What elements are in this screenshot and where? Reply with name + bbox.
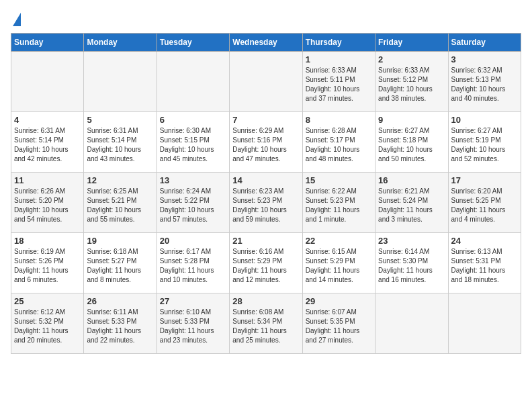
weekday-header-friday: Friday bbox=[375, 34, 448, 52]
day-info: Sunrise: 6:11 AM Sunset: 5:33 PM Dayligh… bbox=[87, 308, 153, 345]
day-number: 24 bbox=[451, 236, 518, 246]
day-number: 23 bbox=[378, 236, 445, 246]
calendar-cell: 8Sunrise: 6:28 AM Sunset: 5:17 PM Daylig… bbox=[302, 112, 375, 173]
day-number: 17 bbox=[451, 175, 518, 185]
weekday-header-sunday: Sunday bbox=[11, 34, 84, 52]
day-number: 15 bbox=[306, 175, 372, 185]
calendar-cell: 14Sunrise: 6:23 AM Sunset: 5:23 PM Dayli… bbox=[230, 173, 302, 233]
day-info: Sunrise: 6:31 AM Sunset: 5:14 PM Dayligh… bbox=[87, 126, 153, 164]
day-number: 20 bbox=[160, 236, 226, 246]
calendar-cell: 22Sunrise: 6:15 AM Sunset: 5:29 PM Dayli… bbox=[302, 233, 375, 293]
calendar-cell: 9Sunrise: 6:27 AM Sunset: 5:18 PM Daylig… bbox=[375, 112, 448, 173]
calendar-cell: 16Sunrise: 6:21 AM Sunset: 5:24 PM Dayli… bbox=[375, 173, 448, 233]
week-row-4: 18Sunrise: 6:19 AM Sunset: 5:26 PM Dayli… bbox=[11, 233, 521, 293]
calendar-cell: 10Sunrise: 6:27 AM Sunset: 5:19 PM Dayli… bbox=[448, 112, 521, 173]
day-number: 28 bbox=[232, 296, 299, 306]
day-info: Sunrise: 6:28 AM Sunset: 5:17 PM Dayligh… bbox=[306, 126, 372, 164]
calendar-cell: 7Sunrise: 6:29 AM Sunset: 5:16 PM Daylig… bbox=[230, 112, 302, 173]
week-row-2: 4Sunrise: 6:31 AM Sunset: 5:14 PM Daylig… bbox=[11, 112, 521, 173]
day-number: 27 bbox=[160, 296, 226, 306]
weekday-header-thursday: Thursday bbox=[302, 34, 375, 52]
day-info: Sunrise: 6:07 AM Sunset: 5:35 PM Dayligh… bbox=[306, 308, 372, 345]
day-number: 19 bbox=[87, 236, 153, 246]
calendar-cell: 25Sunrise: 6:12 AM Sunset: 5:32 PM Dayli… bbox=[11, 293, 84, 354]
day-info: Sunrise: 6:33 AM Sunset: 5:12 PM Dayligh… bbox=[378, 66, 445, 103]
weekday-header-tuesday: Tuesday bbox=[157, 34, 229, 52]
calendar-cell: 19Sunrise: 6:18 AM Sunset: 5:27 PM Dayli… bbox=[84, 233, 157, 293]
calendar-cell bbox=[84, 52, 157, 112]
logo bbox=[11, 11, 21, 28]
day-number: 10 bbox=[451, 115, 518, 125]
day-number: 5 bbox=[87, 115, 153, 125]
day-info: Sunrise: 6:24 AM Sunset: 5:22 PM Dayligh… bbox=[160, 187, 226, 224]
day-info: Sunrise: 6:30 AM Sunset: 5:15 PM Dayligh… bbox=[160, 126, 226, 164]
calendar-cell: 5Sunrise: 6:31 AM Sunset: 5:14 PM Daylig… bbox=[84, 112, 157, 173]
day-number: 7 bbox=[232, 115, 299, 125]
weekday-header-monday: Monday bbox=[84, 34, 157, 52]
day-number: 2 bbox=[378, 54, 445, 64]
calendar-cell: 23Sunrise: 6:14 AM Sunset: 5:30 PM Dayli… bbox=[375, 233, 448, 293]
day-info: Sunrise: 6:26 AM Sunset: 5:20 PM Dayligh… bbox=[14, 187, 81, 224]
day-info: Sunrise: 6:32 AM Sunset: 5:13 PM Dayligh… bbox=[451, 66, 518, 103]
week-row-3: 11Sunrise: 6:26 AM Sunset: 5:20 PM Dayli… bbox=[11, 173, 521, 233]
weekday-header-wednesday: Wednesday bbox=[230, 34, 302, 52]
day-info: Sunrise: 6:18 AM Sunset: 5:27 PM Dayligh… bbox=[87, 247, 153, 285]
day-number: 14 bbox=[232, 175, 299, 185]
calendar-cell bbox=[11, 52, 84, 112]
day-number: 3 bbox=[451, 54, 518, 64]
day-number: 25 bbox=[14, 296, 81, 306]
calendar-cell: 21Sunrise: 6:16 AM Sunset: 5:29 PM Dayli… bbox=[230, 233, 302, 293]
day-info: Sunrise: 6:22 AM Sunset: 5:23 PM Dayligh… bbox=[306, 187, 372, 224]
day-info: Sunrise: 6:20 AM Sunset: 5:25 PM Dayligh… bbox=[451, 187, 518, 224]
calendar-cell: 17Sunrise: 6:20 AM Sunset: 5:25 PM Dayli… bbox=[448, 173, 521, 233]
day-number: 11 bbox=[14, 175, 81, 185]
calendar-cell bbox=[448, 293, 521, 354]
day-info: Sunrise: 6:23 AM Sunset: 5:23 PM Dayligh… bbox=[232, 187, 299, 224]
calendar-cell: 24Sunrise: 6:13 AM Sunset: 5:31 PM Dayli… bbox=[448, 233, 521, 293]
day-number: 6 bbox=[160, 115, 226, 125]
day-info: Sunrise: 6:27 AM Sunset: 5:19 PM Dayligh… bbox=[451, 126, 518, 164]
day-info: Sunrise: 6:19 AM Sunset: 5:26 PM Dayligh… bbox=[14, 247, 81, 285]
day-number: 4 bbox=[14, 115, 81, 125]
day-number: 13 bbox=[160, 175, 226, 185]
day-number: 12 bbox=[87, 175, 153, 185]
day-info: Sunrise: 6:08 AM Sunset: 5:34 PM Dayligh… bbox=[232, 308, 299, 345]
week-row-5: 25Sunrise: 6:12 AM Sunset: 5:32 PM Dayli… bbox=[11, 293, 521, 354]
calendar-cell: 26Sunrise: 6:11 AM Sunset: 5:33 PM Dayli… bbox=[84, 293, 157, 354]
day-info: Sunrise: 6:16 AM Sunset: 5:29 PM Dayligh… bbox=[232, 247, 299, 285]
day-info: Sunrise: 6:25 AM Sunset: 5:21 PM Dayligh… bbox=[87, 187, 153, 224]
day-number: 21 bbox=[232, 236, 299, 246]
day-info: Sunrise: 6:21 AM Sunset: 5:24 PM Dayligh… bbox=[378, 187, 445, 224]
calendar-cell bbox=[230, 52, 302, 112]
calendar-cell: 4Sunrise: 6:31 AM Sunset: 5:14 PM Daylig… bbox=[11, 112, 84, 173]
calendar-cell: 1Sunrise: 6:33 AM Sunset: 5:11 PM Daylig… bbox=[302, 52, 375, 112]
logo-triangle-icon bbox=[13, 13, 21, 26]
day-number: 29 bbox=[306, 296, 372, 306]
calendar-cell: 18Sunrise: 6:19 AM Sunset: 5:26 PM Dayli… bbox=[11, 233, 84, 293]
day-info: Sunrise: 6:31 AM Sunset: 5:14 PM Dayligh… bbox=[14, 126, 81, 164]
weekday-header-saturday: Saturday bbox=[448, 34, 521, 52]
calendar-cell bbox=[157, 52, 229, 112]
weekday-header-row: SundayMondayTuesdayWednesdayThursdayFrid… bbox=[11, 34, 521, 52]
calendar-cell: 20Sunrise: 6:17 AM Sunset: 5:28 PM Dayli… bbox=[157, 233, 229, 293]
day-info: Sunrise: 6:17 AM Sunset: 5:28 PM Dayligh… bbox=[160, 247, 226, 285]
day-number: 26 bbox=[87, 296, 153, 306]
calendar-cell: 29Sunrise: 6:07 AM Sunset: 5:35 PM Dayli… bbox=[302, 293, 375, 354]
calendar-cell: 12Sunrise: 6:25 AM Sunset: 5:21 PM Dayli… bbox=[84, 173, 157, 233]
week-row-1: 1Sunrise: 6:33 AM Sunset: 5:11 PM Daylig… bbox=[11, 52, 521, 112]
day-number: 8 bbox=[306, 115, 372, 125]
day-info: Sunrise: 6:10 AM Sunset: 5:33 PM Dayligh… bbox=[160, 308, 226, 345]
calendar-cell: 6Sunrise: 6:30 AM Sunset: 5:15 PM Daylig… bbox=[157, 112, 229, 173]
day-info: Sunrise: 6:15 AM Sunset: 5:29 PM Dayligh… bbox=[306, 247, 372, 285]
day-number: 18 bbox=[14, 236, 81, 246]
calendar-cell: 13Sunrise: 6:24 AM Sunset: 5:22 PM Dayli… bbox=[157, 173, 229, 233]
day-info: Sunrise: 6:14 AM Sunset: 5:30 PM Dayligh… bbox=[378, 247, 445, 285]
header bbox=[11, 11, 521, 28]
day-number: 16 bbox=[378, 175, 445, 185]
calendar-table: SundayMondayTuesdayWednesdayThursdayFrid… bbox=[11, 33, 521, 354]
day-info: Sunrise: 6:12 AM Sunset: 5:32 PM Dayligh… bbox=[14, 308, 81, 345]
day-info: Sunrise: 6:27 AM Sunset: 5:18 PM Dayligh… bbox=[378, 126, 445, 164]
calendar-cell: 3Sunrise: 6:32 AM Sunset: 5:13 PM Daylig… bbox=[448, 52, 521, 112]
day-info: Sunrise: 6:13 AM Sunset: 5:31 PM Dayligh… bbox=[451, 247, 518, 285]
day-number: 1 bbox=[306, 54, 372, 64]
